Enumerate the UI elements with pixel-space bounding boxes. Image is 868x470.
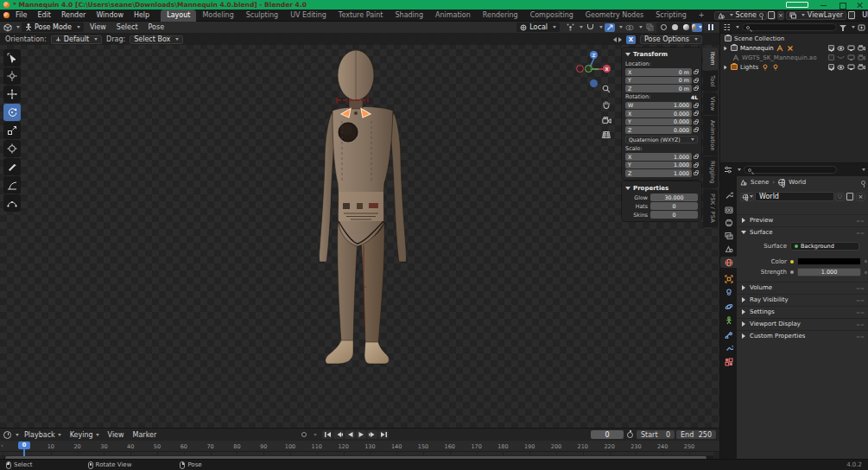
outliner-row-mannequin[interactable]: Mannequin xyxy=(720,43,868,53)
color-swatch[interactable] xyxy=(797,257,861,265)
rotation-x-field[interactable]: X0.000 xyxy=(625,110,692,118)
orientation-default-dropdown[interactable]: Default xyxy=(51,35,102,44)
viewport-pan-icon[interactable] xyxy=(600,98,612,111)
shading-solid-icon[interactable] xyxy=(669,23,680,32)
menu-window[interactable]: Window xyxy=(92,10,128,21)
custom-properties-panel-header[interactable]: Custom Properties == xyxy=(737,330,868,341)
gizmo-y-axis[interactable] xyxy=(585,65,592,73)
menu-view[interactable]: View xyxy=(105,430,128,440)
timeline-expand-arrow[interactable]: ‹ xyxy=(1,442,3,449)
skins-field[interactable]: 0 xyxy=(650,211,698,219)
panel-drag-handle[interactable]: == xyxy=(856,285,865,291)
viewport-display-panel-header[interactable]: Viewport Display == xyxy=(737,318,868,329)
n-panel-tab-rigging[interactable]: Rigging xyxy=(703,156,718,188)
transform-panel-header[interactable]: Transform xyxy=(625,50,698,59)
close-button[interactable] xyxy=(857,2,863,8)
lock-icon[interactable] xyxy=(694,129,698,132)
workspace-tab-texture-paint[interactable]: Texture Paint xyxy=(333,10,390,22)
pin-icon[interactable] xyxy=(759,13,763,17)
scene-selector[interactable]: Scene xyxy=(714,11,767,20)
animate-decorator-icon[interactable] xyxy=(865,271,867,274)
editor-type-dropdown-icon[interactable] xyxy=(738,168,741,171)
tool-transform[interactable] xyxy=(3,140,21,157)
rotation-mode-dropdown[interactable]: Quaternion (WXYZ) xyxy=(625,136,698,144)
texture-properties-tab[interactable] xyxy=(723,356,734,367)
workspace-tab-geometry-nodes[interactable]: Geometry Nodes xyxy=(580,10,649,22)
minimize-button[interactable] xyxy=(820,2,827,8)
tool-cursor[interactable] xyxy=(3,67,21,85)
properties-editor-icon[interactable] xyxy=(724,166,732,174)
object-data-properties-tab[interactable] xyxy=(723,314,734,326)
previous-keyframe-button[interactable] xyxy=(333,430,344,439)
rotation-y-field[interactable]: Y0.000 xyxy=(625,118,692,126)
viewlayer-properties-tab[interactable] xyxy=(723,230,734,241)
panel-drag-handle[interactable]: == xyxy=(856,297,865,303)
outliner-row-lights[interactable]: Lights xyxy=(720,62,868,72)
lock-icon[interactable] xyxy=(694,172,698,175)
expand-icon[interactable] xyxy=(724,65,726,69)
lock-icon[interactable] xyxy=(694,112,698,116)
menu-view[interactable]: View xyxy=(86,22,111,32)
mirror-icon[interactable] xyxy=(613,36,622,43)
tool-pose-breakdowner[interactable] xyxy=(3,194,21,212)
hide-viewport-icon[interactable] xyxy=(837,54,845,61)
menu-render[interactable]: Render xyxy=(57,10,90,21)
disable-renders-icon[interactable] xyxy=(858,64,865,71)
tool-measure[interactable] xyxy=(3,176,21,194)
gizmo-z-neg-axis[interactable] xyxy=(590,79,598,87)
output-properties-tab[interactable] xyxy=(723,217,734,228)
animate-decorator-icon[interactable] xyxy=(865,260,867,263)
volume-panel-header[interactable]: Volume == xyxy=(737,282,868,293)
workspace-tab-uv-editing[interactable]: UV Editing xyxy=(284,10,333,22)
breadcrumb-world[interactable]: World xyxy=(789,179,806,186)
constraints-properties-tab[interactable] xyxy=(723,287,734,298)
rotation-4l-badge[interactable]: 4L xyxy=(691,94,698,100)
lock-icon[interactable] xyxy=(694,164,698,168)
surface-panel-header[interactable]: Surface == xyxy=(737,226,868,238)
hats-field[interactable]: 0 xyxy=(650,202,698,210)
workspace-tab-layout[interactable]: Layout xyxy=(161,10,196,22)
tool-properties-tab[interactable] xyxy=(723,189,734,200)
gizmo-x-axis[interactable]: X xyxy=(603,65,611,73)
navigation-gizmo[interactable]: Z X xyxy=(570,46,622,89)
use-preview-range-icon[interactable] xyxy=(627,432,633,438)
n-panel-tab-view[interactable]: View xyxy=(703,92,718,116)
fake-user-button[interactable]: ♡ xyxy=(835,193,845,201)
new-copy-button[interactable] xyxy=(846,193,855,201)
gizmo-x-neg-axis[interactable] xyxy=(576,65,584,73)
hide-viewport-icon[interactable] xyxy=(837,64,845,71)
tool-scale[interactable] xyxy=(3,122,21,139)
jump-to-end-button[interactable] xyxy=(378,430,389,439)
panel-drag-handle[interactable]: == xyxy=(856,309,865,315)
lock-icon[interactable] xyxy=(694,105,698,108)
shading-wireframe-icon[interactable] xyxy=(658,23,668,32)
browse-world-button[interactable] xyxy=(740,193,754,201)
new-collection-icon[interactable] xyxy=(858,23,865,31)
outliner-search[interactable] xyxy=(742,23,837,31)
tool-annotate[interactable] xyxy=(3,158,21,175)
transform-orientation-selector[interactable]: Local xyxy=(516,22,560,32)
workspace-tab-scripting[interactable]: Scripting xyxy=(649,10,693,22)
frame-start-field[interactable]: Start0 xyxy=(637,430,675,439)
menu-edit[interactable]: Edit xyxy=(33,10,55,21)
add-workspace-button[interactable]: + xyxy=(693,10,711,22)
current-frame-field[interactable]: 0 xyxy=(591,430,624,439)
play-reverse-button[interactable] xyxy=(345,430,355,439)
menu-marker[interactable]: Marker xyxy=(130,430,161,440)
gizmos-toggle-icon[interactable] xyxy=(605,23,615,32)
viewport-zoom-icon[interactable] xyxy=(600,83,612,95)
selectable-checkbox[interactable] xyxy=(828,54,834,60)
viewport-3d[interactable]: Pose Mode View Select Pose Local Orient xyxy=(0,22,719,428)
outliner-row-wgts[interactable]: WGTS_SK_Mannequin.ao xyxy=(720,53,868,62)
pivot-dropdown-icon[interactable] xyxy=(580,26,583,29)
world-name-field[interactable]: World xyxy=(755,192,834,201)
panel-drag-handle[interactable]: == xyxy=(856,230,865,236)
tool-select-box[interactable] xyxy=(3,49,21,67)
drag-dropdown[interactable]: Select Box xyxy=(130,35,183,44)
disable-renders-icon[interactable] xyxy=(858,45,865,52)
ray-visibility-panel-header[interactable]: Ray Visibility == xyxy=(737,294,868,305)
preview-panel-header[interactable]: Preview == xyxy=(737,214,868,225)
lock-icon[interactable] xyxy=(694,71,698,74)
scale-y-field[interactable]: Y1.000 xyxy=(625,162,692,169)
frame-end-field[interactable]: End250 xyxy=(676,430,716,439)
